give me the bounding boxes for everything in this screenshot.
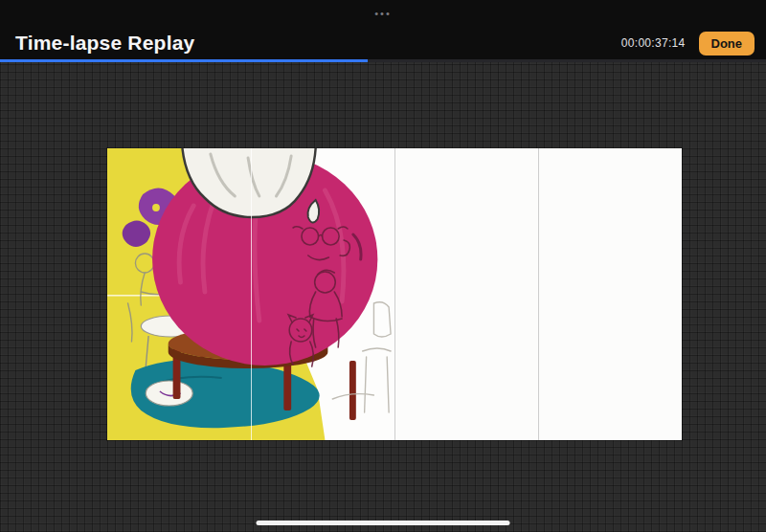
header-bar: Time-lapse Replay 00:00:37:14 Done xyxy=(0,27,766,59)
done-button[interactable]: Done xyxy=(699,32,755,55)
replay-canvas-background xyxy=(0,62,766,532)
film-frame-blank-1[interactable] xyxy=(394,148,538,440)
timelapse-filmstrip[interactable] xyxy=(107,148,682,440)
film-frame-artwork[interactable] xyxy=(107,148,394,440)
multitask-handle-icon[interactable]: ••• xyxy=(374,9,392,19)
page-title: Time-lapse Replay xyxy=(15,32,621,55)
frame-divider xyxy=(251,148,252,440)
timelapse-replay-screen: ••• Time-lapse Replay 00:00:37:14 Done xyxy=(0,0,766,532)
timecode-display: 00:00:37:14 xyxy=(621,36,686,50)
top-strip: ••• xyxy=(0,0,766,27)
home-indicator[interactable] xyxy=(257,521,510,525)
film-frame-blank-2[interactable] xyxy=(538,148,682,440)
